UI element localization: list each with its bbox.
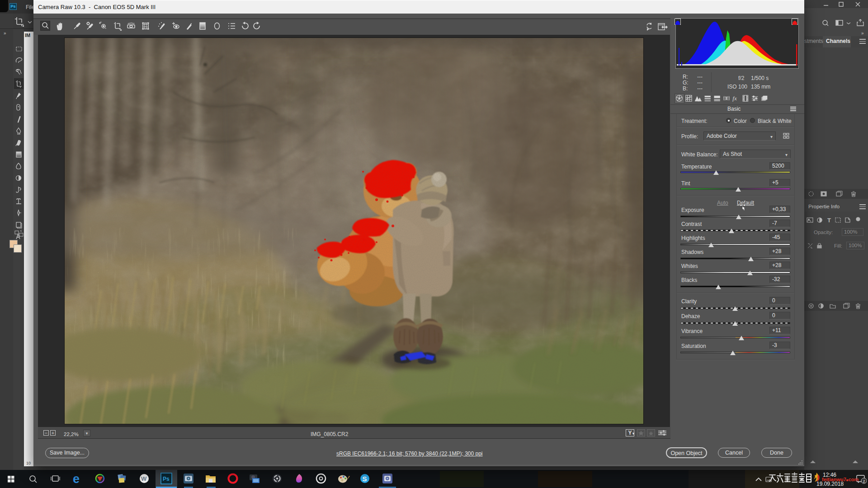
svg-text:2: 2 [863, 479, 865, 483]
svg-text:S: S [363, 475, 367, 483]
svg-text:Ps: Ps [163, 476, 170, 482]
svg-text:e: e [73, 472, 80, 486]
svg-text:W: W [141, 475, 147, 482]
svg-text:T: T [827, 217, 831, 224]
svg-text:fx: fx [732, 95, 737, 102]
